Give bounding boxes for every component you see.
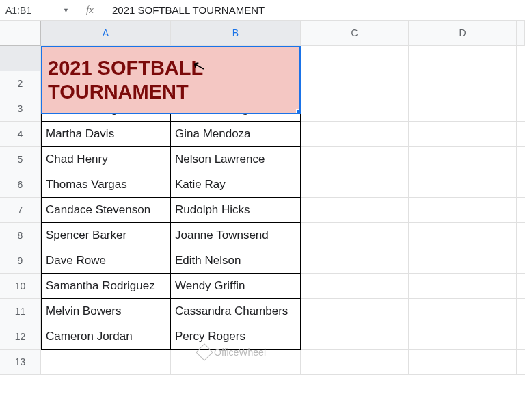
cell-D3[interactable]	[409, 96, 517, 122]
cell-C5[interactable]	[301, 147, 409, 172]
cell-D7[interactable]	[409, 198, 517, 223]
cell-C3[interactable]	[301, 96, 409, 122]
cell-A13[interactable]	[41, 350, 171, 375]
cell-edge-2[interactable]	[517, 71, 525, 96]
formula-bar: A1:B1 ▼ fx	[0, 0, 525, 21]
cell-edge-7[interactable]	[517, 198, 525, 223]
cell-A9[interactable]: Dave Rowe	[41, 248, 171, 274]
cell-B9[interactable]: Edith Nelson	[171, 248, 301, 274]
cell-D9[interactable]	[409, 248, 517, 274]
row-header-2[interactable]: 2	[0, 71, 41, 96]
cell-D13[interactable]	[409, 350, 517, 375]
cell-C8[interactable]	[301, 223, 409, 248]
row-header-5[interactable]: 5	[0, 147, 41, 172]
cell-C2[interactable]	[301, 71, 409, 96]
cell-C9[interactable]	[301, 248, 409, 274]
row-header-4[interactable]: 4	[0, 122, 41, 147]
cell-A12[interactable]: Cameron Jordan	[41, 324, 171, 350]
cell-A4[interactable]: Martha Davis	[41, 122, 171, 147]
cell-B11[interactable]: Cassandra Chambers	[171, 299, 301, 324]
cell-B7[interactable]: Rudolph Hicks	[171, 198, 301, 223]
row-header-8[interactable]: 8	[0, 223, 41, 248]
cell-C13[interactable]	[301, 350, 409, 375]
cell-D5[interactable]	[409, 147, 517, 172]
cell-D10[interactable]	[409, 274, 517, 299]
cell-D8[interactable]	[409, 223, 517, 248]
col-header-A[interactable]: A	[41, 21, 171, 46]
cell-edge-11[interactable]	[517, 299, 525, 324]
cell-C7[interactable]	[301, 198, 409, 223]
cell-A5[interactable]: Chad Henry	[41, 147, 171, 172]
cell-D6[interactable]	[409, 172, 517, 198]
cell-A11[interactable]: Melvin Bowers	[41, 299, 171, 324]
cell-edge-9[interactable]	[517, 248, 525, 274]
cell-edge-12[interactable]	[517, 324, 525, 350]
fx-icon: fx	[75, 0, 105, 20]
cell-B4[interactable]: Gina Mendoza	[171, 122, 301, 147]
spreadsheet-grid[interactable]: ↖ ABCD12021 SOFTBALL TOURNAMENT2Team 1 M…	[0, 21, 525, 375]
name-box-value: A1:B1	[5, 5, 31, 16]
cell-D12[interactable]	[409, 324, 517, 350]
cell-edge-13[interactable]	[517, 350, 525, 375]
select-all-corner[interactable]	[0, 21, 41, 46]
cell-C12[interactable]	[301, 324, 409, 350]
cell-A6[interactable]: Thomas Vargas	[41, 172, 171, 198]
cell-A10[interactable]: Samantha Rodriguez	[41, 274, 171, 299]
cell-D2[interactable]	[409, 71, 517, 96]
formula-input[interactable]	[105, 0, 525, 20]
row-header-6[interactable]: 6	[0, 172, 41, 198]
watermark-icon	[196, 343, 213, 360]
row-header-13[interactable]: 13	[0, 350, 41, 375]
cell-edge-6[interactable]	[517, 172, 525, 198]
cell-edge-4[interactable]	[517, 122, 525, 147]
row-header-10[interactable]: 10	[0, 274, 41, 299]
watermark-label: OfficeWheel	[214, 347, 266, 358]
watermark: OfficeWheel	[198, 346, 266, 358]
col-header-C[interactable]: C	[301, 21, 409, 46]
cell-edge-10[interactable]	[517, 274, 525, 299]
row-header-3[interactable]: 3	[0, 96, 41, 122]
col-header-edge[interactable]	[517, 21, 525, 46]
cell-D11[interactable]	[409, 299, 517, 324]
col-header-D[interactable]: D	[409, 21, 517, 46]
cell-A8[interactable]: Spencer Barker	[41, 223, 171, 248]
row-header-9[interactable]: 9	[0, 248, 41, 274]
cell-B8[interactable]: Joanne Townsend	[171, 223, 301, 248]
cell-edge-3[interactable]	[517, 96, 525, 122]
cell-D4[interactable]	[409, 122, 517, 147]
cell-B10[interactable]: Wendy Griffin	[171, 274, 301, 299]
cell-C6[interactable]	[301, 172, 409, 198]
cell-B6[interactable]: Katie Ray	[171, 172, 301, 198]
row-header-7[interactable]: 7	[0, 198, 41, 223]
cell-C4[interactable]	[301, 122, 409, 147]
title-cell[interactable]: 2021 SOFTBALL TOURNAMENT	[41, 46, 301, 114]
cell-edge-5[interactable]	[517, 147, 525, 172]
cell-A7[interactable]: Candace Stevenson	[41, 198, 171, 223]
name-box[interactable]: A1:B1 ▼	[0, 0, 75, 20]
cell-edge-8[interactable]	[517, 223, 525, 248]
cell-B5[interactable]: Nelson Lawrence	[171, 147, 301, 172]
row-header-11[interactable]: 11	[0, 299, 41, 324]
row-header-12[interactable]: 12	[0, 324, 41, 350]
cell-C10[interactable]	[301, 274, 409, 299]
chevron-down-icon[interactable]: ▼	[63, 7, 69, 14]
cell-C11[interactable]	[301, 299, 409, 324]
col-header-B[interactable]: B	[171, 21, 301, 46]
